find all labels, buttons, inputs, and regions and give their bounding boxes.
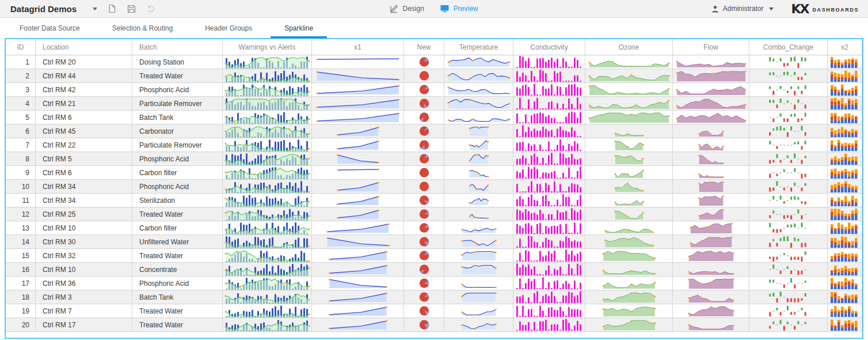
tab-header-groups[interactable]: Header Groups <box>189 18 268 38</box>
user-menu[interactable]: Administrator <box>711 5 774 13</box>
cell-temperature <box>444 249 513 262</box>
column-header-batch[interactable]: Batch <box>132 39 223 55</box>
column-header-new[interactable]: New <box>404 39 444 55</box>
table-row[interactable]: 16Ctrl RM 10Concentrate <box>6 263 862 277</box>
table-row[interactable]: 7Ctrl RM 22Particulate Remover <box>6 138 862 152</box>
undo-button[interactable] <box>146 3 156 14</box>
new-dashboard-button[interactable] <box>106 3 117 14</box>
column-header-x1[interactable]: x1 <box>312 39 404 55</box>
column-header-warnings[interactable]: Warnings vs Alerts <box>223 39 312 55</box>
cell-x2 <box>828 221 862 235</box>
table-row[interactable]: 20Ctrl RM 17Treated Water <box>6 318 862 332</box>
cell-new <box>404 249 444 262</box>
cell-ozone <box>585 221 673 235</box>
cell-conductivity <box>513 290 585 304</box>
cell-batch: Treated Water <box>132 249 223 262</box>
flow-sparkline <box>675 153 748 165</box>
table-row[interactable]: 6Ctrl RM 45Carbonator <box>6 124 862 138</box>
save-button[interactable] <box>126 3 136 14</box>
cell-ozone <box>585 263 673 276</box>
warnings-sparkline <box>224 84 310 96</box>
new-sparkline <box>406 139 443 150</box>
temperature-sparkline <box>446 222 512 233</box>
cell-warnings <box>223 152 312 165</box>
conductivity-sparkline <box>515 236 584 248</box>
table-row[interactable]: 4Ctrl RM 21Particulate Remover <box>6 97 862 111</box>
cell-batch: Phosphoric Acid <box>132 180 223 193</box>
temperature-sparkline <box>446 98 512 109</box>
table-row[interactable]: 12Ctrl RM 25Treated Water <box>6 207 862 221</box>
column-header-x2[interactable]: x2 <box>828 39 862 55</box>
cell-new <box>404 124 444 138</box>
cell-temperature <box>444 235 513 248</box>
table-row[interactable]: 17Ctrl RM 36Phosphoric Acid <box>6 277 862 290</box>
cell-id: 11 <box>6 194 36 207</box>
cell-x2 <box>828 83 862 96</box>
column-header-location[interactable]: Location <box>36 39 132 55</box>
combo_change-sparkline <box>751 264 826 275</box>
tab-selection-routing[interactable]: Selection & Routing <box>96 18 189 38</box>
cell-conductivity <box>513 221 585 235</box>
table-row[interactable]: 15Ctrl RM 32Treated Water <box>6 249 862 263</box>
conductivity-sparkline <box>515 167 584 179</box>
cell-temperature <box>444 304 513 318</box>
cell-combo_change <box>749 138 828 152</box>
column-header-combo_change[interactable]: Combo_Change <box>749 39 828 55</box>
table-row[interactable]: 14Ctrl RM 30Unfiltered Water <box>6 235 862 249</box>
flow-sparkline <box>675 264 748 275</box>
ozone-sparkline <box>587 236 671 248</box>
cell-new <box>404 69 444 82</box>
column-header-temperature[interactable]: Temperature <box>444 39 513 55</box>
x1-sparkline <box>314 250 402 261</box>
table-row[interactable]: 10Ctrl RM 34Phosphoric Acid <box>6 180 862 194</box>
cell-warnings <box>223 166 312 179</box>
table-row[interactable]: 1Ctrl RM 20Dosing Station <box>6 55 862 69</box>
x2-sparkline <box>829 277 861 289</box>
user-name: Administrator <box>723 5 764 13</box>
column-header-flow[interactable]: Flow <box>673 39 749 55</box>
cell-location: Ctrl RM 30 <box>36 235 132 248</box>
cell-conductivity <box>513 277 585 290</box>
table-row[interactable]: 5Ctrl RM 6Batch Tank <box>6 111 862 124</box>
toolbar-left: Datagrid Demos <box>0 3 156 14</box>
cell-flow <box>673 124 749 138</box>
temperature-sparkline <box>446 126 512 137</box>
cell-new <box>404 221 444 235</box>
x1-sparkline <box>314 153 402 164</box>
conductivity-sparkline <box>515 139 584 151</box>
cell-flow <box>673 318 749 331</box>
new-sparkline <box>406 112 443 123</box>
design-button[interactable]: Design <box>390 5 424 13</box>
cell-batch: Treated Water <box>132 304 223 318</box>
combo_change-sparkline <box>751 319 826 331</box>
column-header-conductivity[interactable]: Conductivity <box>513 39 585 55</box>
cell-combo_change <box>749 83 828 96</box>
temperature-sparkline <box>446 181 512 192</box>
x1-sparkline <box>314 292 402 303</box>
cell-x1 <box>312 180 404 193</box>
table-row[interactable]: 11Ctrl RM 34Sterilization <box>6 194 862 207</box>
combo_change-sparkline <box>751 236 826 248</box>
table-row[interactable]: 3Ctrl RM 42Phosphoric Acid <box>6 83 862 97</box>
cell-new <box>404 277 444 290</box>
new-sparkline <box>406 305 443 316</box>
cell-temperature <box>444 124 513 138</box>
tab-footer-data-source[interactable]: Footer Data Source <box>3 18 96 38</box>
table-row[interactable]: 2Ctrl RM 44Treated Water <box>6 69 862 83</box>
tab-sparkline[interactable]: Sparkline <box>268 18 329 38</box>
table-row[interactable]: 18Ctrl RM 3Batch Tank <box>6 290 862 304</box>
table-row[interactable]: 19Ctrl RM 7Treated Water <box>6 304 862 318</box>
ozone-sparkline <box>587 139 671 151</box>
temperature-sparkline <box>446 319 512 330</box>
flow-sparkline <box>675 139 748 151</box>
table-row[interactable]: 9Ctrl RM 6Carbon filter <box>6 166 862 180</box>
cell-batch: Concentrate <box>132 263 223 276</box>
new-sparkline <box>406 167 443 178</box>
cell-batch: Treated Water <box>132 207 223 221</box>
dashboard-select-caret-icon[interactable] <box>93 7 97 10</box>
table-row[interactable]: 8Ctrl RM 5Phosphoric Acid <box>6 152 862 166</box>
column-header-ozone[interactable]: Ozone <box>585 39 673 55</box>
table-row[interactable]: 13Ctrl RM 10Carbon filter <box>6 221 862 235</box>
column-header-id[interactable]: ID <box>6 39 36 55</box>
preview-button[interactable]: Preview <box>440 5 478 13</box>
